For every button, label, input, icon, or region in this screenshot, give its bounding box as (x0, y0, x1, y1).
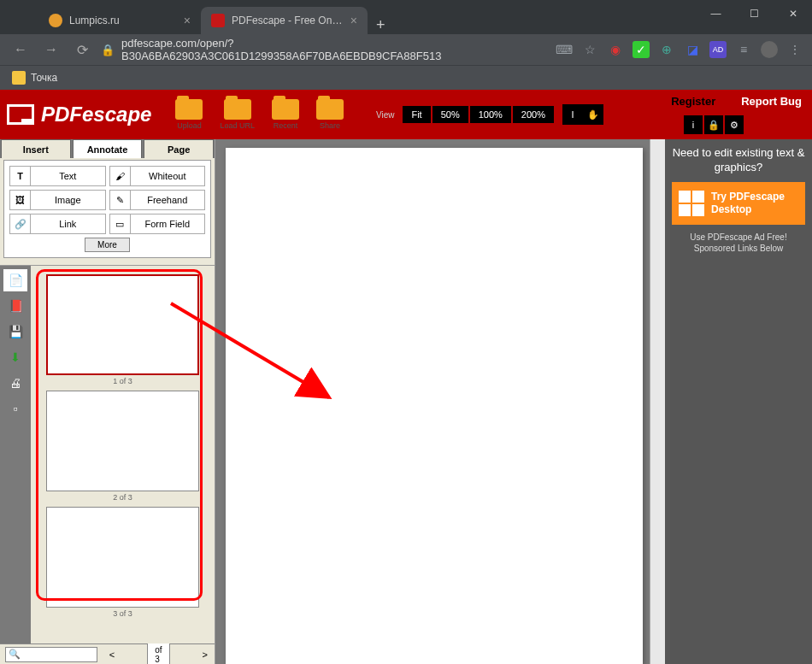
url-text: pdfescape.com/open/?B30A6BA62903A3C061D1… (121, 37, 545, 62)
page-thumb-3[interactable] (46, 507, 198, 608)
page-canvas[interactable] (226, 148, 643, 664)
zoom-fit-button[interactable]: Fit (403, 106, 430, 123)
share-button[interactable]: Share (309, 96, 350, 133)
ext-icon[interactable]: ⊕ (658, 41, 675, 58)
more-button[interactable]: More (85, 238, 130, 252)
prev-page-button[interactable]: < (103, 649, 121, 660)
avatar[interactable] (761, 41, 778, 58)
bottom-bar: 🔍 < 1 of 3 ▾ > (0, 643, 215, 664)
tab-page[interactable]: Page (144, 139, 214, 158)
close-button[interactable]: ✕ (774, 0, 812, 27)
promo-title: Need to edit existing text & graphics? (672, 146, 805, 175)
more-row: More (9, 238, 205, 252)
doc-icon[interactable]: 📕 (3, 295, 27, 317)
view-label: View (376, 110, 395, 120)
thumbs-list[interactable]: 1 of 3 2 of 3 3 of 3 (31, 266, 215, 643)
hand-cursor-button[interactable]: ✋ (583, 104, 603, 125)
menu-icon[interactable]: ⋮ (786, 41, 803, 58)
zoom-200-button[interactable]: 200% (513, 106, 554, 123)
tab-title: Lumpics.ru (69, 15, 177, 26)
blank-icon[interactable]: ▫ (3, 397, 27, 420)
right-panel: Need to edit existing text & graphics? T… (665, 139, 812, 664)
text-icon: T (10, 167, 31, 185)
windows-icon (679, 191, 704, 216)
save-icon[interactable]: 💾 (3, 320, 27, 343)
header-links: Register Report Bug (671, 95, 802, 108)
reload-button[interactable]: ⟳ (70, 38, 94, 62)
header-right-icons: i 🔒 ⚙ (684, 115, 744, 134)
extensions: ⌨ ☆ ◉ ✓ ⊕ ◪ AD ≡ ⋮ (556, 41, 803, 58)
tab-lumpics[interactable]: Lumpics.ru × (38, 7, 201, 34)
image-icon: 🖼 (10, 191, 31, 209)
folder-icon (12, 71, 26, 85)
ext-icon[interactable]: ✓ (633, 41, 650, 58)
settings-button[interactable]: ⚙ (725, 115, 744, 134)
promo-desktop-button[interactable]: Try PDFescape Desktop (672, 182, 805, 225)
lock-icon: 🔒 (101, 44, 115, 56)
ext-icon[interactable]: ◉ (607, 41, 624, 58)
close-icon[interactable]: × (350, 14, 357, 27)
canvas-scroll[interactable] (215, 139, 650, 664)
info-button[interactable]: i (684, 115, 703, 134)
page-thumb-1[interactable] (46, 274, 198, 375)
thumb-label: 1 of 3 (34, 377, 211, 385)
ext-icon[interactable]: ◪ (684, 41, 701, 58)
star-icon[interactable]: ☆ (581, 41, 598, 58)
left-panel: Insert Annotate Page T Text 🖌 Whiteout 🖼… (0, 139, 215, 664)
register-link[interactable]: Register (671, 95, 715, 108)
logo[interactable]: PDFescape (7, 103, 151, 126)
freehand-icon: ✎ (110, 191, 131, 209)
main: Insert Annotate Page T Text 🖌 Whiteout 🖼… (0, 139, 812, 664)
form-field-tool[interactable]: ▭ Form Field (109, 214, 206, 234)
text-tool[interactable]: T Text (9, 166, 106, 186)
freehand-tool[interactable]: ✎ Freehand (109, 190, 206, 210)
ext-icon[interactable]: AD (709, 41, 727, 58)
recent-button[interactable]: Recent (265, 96, 306, 133)
search-input[interactable]: 🔍 (5, 647, 97, 662)
close-icon[interactable]: × (184, 14, 191, 27)
promo-sub: Use PDFescape Ad Free! Sponsored Links B… (672, 232, 805, 254)
print-icon[interactable]: 🖨 (3, 372, 27, 394)
load-url-button[interactable]: Load URL (213, 96, 262, 133)
bookmarks-bar: Точка (0, 65, 812, 90)
scrollbar[interactable] (650, 139, 665, 664)
report-bug-link[interactable]: Report Bug (741, 95, 802, 108)
link-tool[interactable]: 🔗 Link (9, 214, 106, 234)
pages-icon[interactable]: 📄 (3, 269, 27, 291)
logo-text: PDFescape (41, 103, 151, 126)
address-bar[interactable]: 🔒 pdfescape.com/open/?B30A6BA62903A3C061… (101, 37, 545, 62)
load-url-icon (224, 99, 251, 120)
back-button[interactable]: ← (9, 38, 32, 62)
form-field-icon: ▭ (110, 214, 131, 233)
zoom-50-button[interactable]: 50% (432, 106, 468, 123)
browser-chrome: Lumpics.ru × PDFescape - Free Online PDF… (0, 0, 812, 90)
upload-button[interactable]: Upload (168, 96, 209, 133)
translate-icon[interactable]: ⌨ (556, 41, 573, 58)
tab-annotate[interactable]: Annotate (73, 139, 143, 158)
window-controls: — ☐ ✕ (697, 0, 812, 27)
tab-pdfescape[interactable]: PDFescape - Free Online PDF Edi × (201, 7, 368, 34)
new-tab-button[interactable]: + (368, 16, 394, 34)
bookmark-item[interactable]: Точка (12, 71, 57, 85)
page-thumb-2[interactable] (46, 391, 198, 491)
image-tool[interactable]: 🖼 Image (9, 190, 106, 210)
thumb-label: 2 of 3 (34, 493, 211, 502)
maximize-button[interactable]: ☐ (735, 0, 774, 27)
reading-list-icon[interactable]: ≡ (735, 41, 752, 58)
download-icon[interactable]: ⬇ (3, 346, 27, 368)
whiteout-tool[interactable]: 🖌 Whiteout (109, 166, 206, 186)
forward-button[interactable]: → (39, 38, 63, 62)
canvas-area (215, 139, 665, 664)
minimize-button[interactable]: — (697, 0, 735, 27)
favicon-icon (49, 14, 62, 27)
share-icon (316, 99, 344, 120)
header-tools: Upload Load URL Recent Share (168, 96, 350, 133)
text-cursor-button[interactable]: I (562, 104, 583, 125)
next-page-button[interactable]: > (196, 649, 215, 660)
zoom-100-button[interactable]: 100% (470, 106, 511, 123)
lock-button[interactable]: 🔒 (704, 115, 723, 134)
upload-icon (175, 99, 203, 120)
link-icon: 🔗 (10, 214, 31, 233)
tab-insert[interactable]: Insert (1, 139, 71, 158)
app-header: PDFescape Upload Load URL Recent Share V… (0, 90, 812, 139)
